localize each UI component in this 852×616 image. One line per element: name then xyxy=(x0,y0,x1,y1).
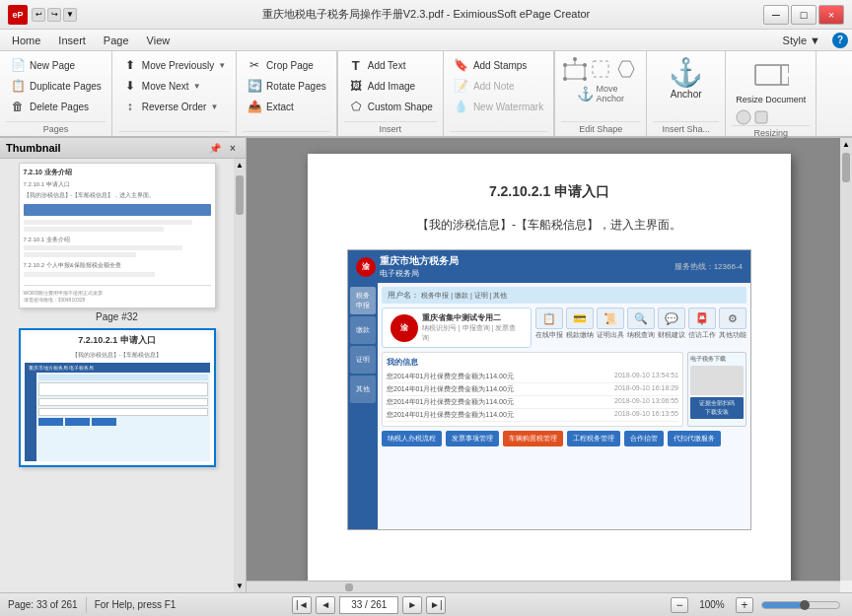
nav-代扣[interactable]: 代扣代缴服务 xyxy=(668,431,721,446)
insert-shape-buttons: ⚓ Anchor xyxy=(653,55,719,121)
thumbnail-page33[interactable]: 7.2.10.2.1 申请入口 【我的涉税信息】-【车船税信息】 重庆市地方税务… xyxy=(4,328,230,470)
h-scroll-thumb[interactable] xyxy=(345,583,353,591)
pages-label3 xyxy=(243,131,330,134)
content-scroll-thumb[interactable] xyxy=(842,153,850,182)
thumbnail-scroll-container: 7.2.10 业务介绍 7.2.10.1 申请入口 【我的涉税信息】-【车船税信… xyxy=(0,159,246,592)
mini-nav xyxy=(38,418,208,426)
thumbnail-page32[interactable]: 7.2.10 业务介绍 7.2.10.1 申请入口 【我的涉税信息】-【车船税信… xyxy=(4,163,230,322)
portal-hotline: 服务热线：12366-4 xyxy=(674,261,743,272)
thumbnail-label-32: Page #32 xyxy=(96,311,138,322)
portal-company-row: 渝 重庆省集中测试专用二 纳税识别号 | 申报查询 | 发票查询 📋 xyxy=(382,308,746,348)
next-page-btn[interactable]: ► xyxy=(402,596,422,614)
mini-header: 重庆市地方税务局 电子税务局 xyxy=(25,363,210,373)
zoom-slider[interactable] xyxy=(761,601,840,609)
insert-col1: T Add Text 🖼 Add Image ⬠ Custom Shape In… xyxy=(338,51,444,136)
menu-page[interactable]: Page xyxy=(96,33,137,48)
menu-home[interactable]: Home xyxy=(4,33,48,48)
thumbnail-scrollbar[interactable]: ▲ ▼ xyxy=(234,159,246,592)
add-note-button[interactable]: 📝 Add Note xyxy=(450,76,547,96)
status-sep1 xyxy=(86,597,87,613)
pages-section: 📄 New Page 📋 Duplicate Pages 🗑 Delete Pa… xyxy=(0,51,338,136)
content-scrollbar-h[interactable] xyxy=(247,581,840,592)
page-display[interactable]: 33 / 261 xyxy=(339,596,398,614)
last-page-btn[interactable]: ►| xyxy=(426,596,446,614)
scroll-down-btn[interactable]: ▼ xyxy=(234,580,246,592)
first-page-btn[interactable]: |◄ xyxy=(292,596,312,614)
minimize-button[interactable]: ─ xyxy=(763,5,789,25)
svg-rect-10 xyxy=(755,111,767,123)
close-button[interactable]: × xyxy=(818,5,844,25)
help-icon[interactable]: ? xyxy=(832,33,848,48)
portal-sidebar: 税务申报 缴款 证明 其他 xyxy=(348,283,378,529)
move-anchor-button[interactable]: ⚓ MoveAnchor xyxy=(576,83,625,104)
notif-row-2: 您2014年01月社保费交费金额为114.00元 2018-09-10 13:0… xyxy=(387,396,678,409)
mock-content-32c: 7.2.10.1 业务介绍 xyxy=(24,236,211,243)
quick-icons-row: 📋 在线申报 💳 税款缴纳 📜 证明出具 xyxy=(535,308,746,348)
portal-header: 渝 重庆市地方税务局 电子税务局 服务热线：12366-4 xyxy=(348,250,750,283)
svg-point-6 xyxy=(583,77,587,81)
quick-access-2[interactable]: ↪ xyxy=(47,8,61,22)
extact-button[interactable]: 📤 Extact xyxy=(243,97,330,116)
prev-page-btn[interactable]: ◄ xyxy=(316,596,335,614)
new-watermark-button[interactable]: 💧 New Watermark xyxy=(450,97,547,116)
add-image-label: Add Image xyxy=(368,81,415,92)
add-stamps-button[interactable]: 🔖 Add Stamps xyxy=(450,55,547,75)
content-scroll-up[interactable]: ▲ xyxy=(840,138,852,151)
custom-shape-button[interactable]: ⬠ Custom Shape xyxy=(344,97,437,116)
thumbnail-pin-icon[interactable]: 📌 xyxy=(208,141,222,155)
portal-topbar: 用户名： 税务申报 | 缴款 | 证明 | 其他 xyxy=(382,287,746,304)
menu-insert[interactable]: Insert xyxy=(50,33,94,48)
notif-row-1: 您2014年01月社保费交费金额为114.00元 2018-09-10 16:1… xyxy=(387,383,678,396)
delete-pages-button[interactable]: 🗑 Delete Pages xyxy=(6,97,106,116)
zoom-area: − 100% + xyxy=(671,597,844,613)
resize-extra-icon1 xyxy=(736,109,751,125)
zoom-slider-thumb[interactable] xyxy=(800,600,810,610)
new-watermark-label: New Watermark xyxy=(473,102,543,112)
window-title: 重庆地税电子税务局操作手册V2.3.pdf - EximiousSoft ePa… xyxy=(262,7,591,22)
add-text-button[interactable]: T Add Text xyxy=(344,55,437,75)
anchor-icons-row xyxy=(563,57,638,81)
reverse-order-button[interactable]: ↕ Reverse Order ▼ xyxy=(118,97,230,116)
rotate-pages-button[interactable]: 🔄 Rotate Pages xyxy=(243,76,330,96)
thumbnail-title: Thumbnail xyxy=(6,142,61,154)
quick-缴税-box: 💳 xyxy=(566,308,594,329)
add-image-button[interactable]: 🖼 Add Image xyxy=(344,76,437,96)
move-previously-button[interactable]: ⬆ Move Previously ▼ xyxy=(118,55,230,75)
text-icon: T xyxy=(348,57,364,73)
nav-办税[interactable]: 纳税人办税流程 xyxy=(382,431,442,446)
move-next-button[interactable]: ⬇ Move Next ▼ xyxy=(118,76,230,96)
crop-page-button[interactable]: ✂ Crop Page xyxy=(243,55,330,75)
scroll-up-btn[interactable]: ▲ xyxy=(234,159,246,171)
quick-申报: 📋 在线申报 xyxy=(535,308,563,348)
nav-发票[interactable]: 发票事项管理 xyxy=(446,431,499,446)
portal-header-text: 重庆市地方税务局 电子税务局 xyxy=(380,254,459,279)
zoom-in-btn[interactable]: + xyxy=(736,597,753,613)
menu-view[interactable]: View xyxy=(139,33,178,48)
style-menu[interactable]: Style ▼ xyxy=(775,33,828,48)
content-scrollbar-v[interactable]: ▲ xyxy=(840,138,852,581)
nav-合作[interactable]: 合作抬管 xyxy=(624,431,664,446)
zoom-out-btn[interactable]: − xyxy=(671,597,688,613)
move-prev-icon: ⬆ xyxy=(122,57,138,73)
quick-access-3[interactable]: ▼ xyxy=(63,8,77,22)
nav-工程[interactable]: 工程税务管理 xyxy=(567,431,620,446)
new-page-button[interactable]: 📄 New Page xyxy=(6,55,106,75)
svg-point-2 xyxy=(573,57,577,61)
image-icon: 🖼 xyxy=(348,78,364,94)
nav-车辆[interactable]: 车辆购置税管理 xyxy=(503,431,563,446)
quick-建议-label: 财税建议 xyxy=(658,330,685,340)
title-bar: eP ↩ ↪ ▼ 重庆地税电子税务局操作手册V2.3.pdf - Eximiou… xyxy=(0,0,852,30)
thumbnail-close-icon[interactable]: × xyxy=(226,141,240,155)
download-btn: 证据全部扫码下载安装 xyxy=(690,397,744,419)
maximize-button[interactable]: □ xyxy=(791,5,816,25)
window-controls[interactable]: ─ □ × xyxy=(763,5,844,25)
add-note-label: Add Note xyxy=(473,81,515,92)
scroll-thumb[interactable] xyxy=(236,175,244,215)
mini-info2 xyxy=(38,408,208,416)
thumbnail-scroll[interactable]: 7.2.10 业务介绍 7.2.10.1 申请入口 【我的涉税信息】-【车船税信… xyxy=(0,159,234,592)
quick-access-1[interactable]: ↩ xyxy=(32,8,45,22)
resize-label[interactable]: Resize Document xyxy=(736,95,806,104)
quick-查询-box: 🔍 xyxy=(627,308,655,329)
duplicate-pages-button[interactable]: 📋 Duplicate Pages xyxy=(6,76,106,96)
notif-date-3: 2018-09-10 16:13:55 xyxy=(614,410,678,420)
